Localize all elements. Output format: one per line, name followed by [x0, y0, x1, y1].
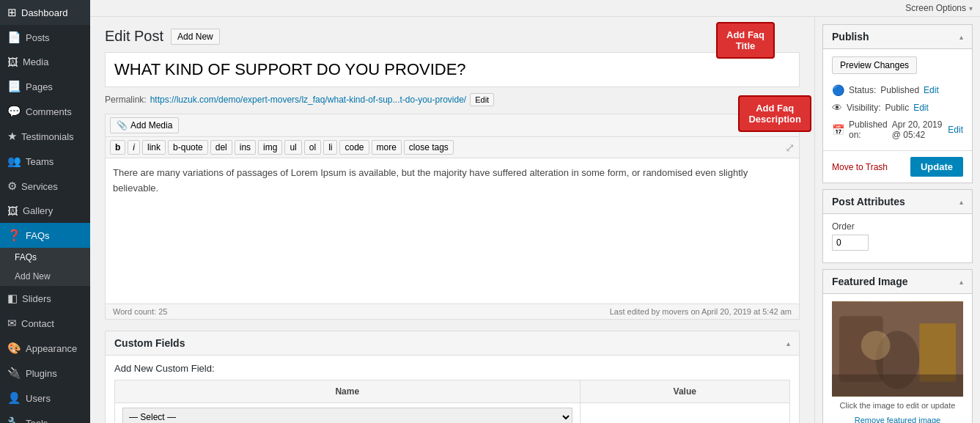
sidebar-item-dashboard[interactable]: ⊞ Dashboard — [0, 0, 90, 25]
sidebar-item-users[interactable]: 👤 Users — [0, 386, 90, 411]
sidebar-item-services[interactable]: ⚙ Services — [0, 174, 90, 199]
post-attributes-box: Post Attributes ▴ Order — [822, 189, 973, 263]
screen-options-label: Screen Options — [905, 3, 966, 13]
published-edit-link[interactable]: Edit — [948, 125, 963, 135]
del-button[interactable]: del — [210, 140, 232, 155]
italic-button[interactable]: i — [128, 140, 140, 155]
sidebar-item-label: FAQs — [26, 230, 50, 241]
featured-image-inner — [832, 301, 963, 397]
sidebar-item-label: Plugins — [26, 368, 57, 379]
preview-changes-button[interactable]: Preview Changes — [832, 56, 917, 74]
sidebar-item-pages[interactable]: 📃 Pages — [0, 74, 90, 99]
post-title-input[interactable] — [105, 52, 800, 87]
more-button[interactable]: more — [372, 140, 402, 155]
sidebar-item-label: Teams — [26, 156, 54, 167]
screen-options-button[interactable]: Screen Options ▾ — [905, 3, 973, 13]
topbar: Screen Options ▾ — [90, 0, 980, 17]
pages-icon: 📃 — [7, 80, 21, 93]
ol-button[interactable]: ol — [304, 140, 321, 155]
teams-icon: 👥 — [7, 155, 21, 168]
custom-fields-table: Name Value — Select — — [114, 380, 790, 423]
edit-post-header: Edit Post Add New — [105, 28, 800, 45]
faqs-submenu: FAQs Add New — [0, 248, 90, 286]
sidebar-item-tools[interactable]: 🔧 Tools — [0, 411, 90, 423]
visibility-row: 👁 Visibility: Public Edit — [832, 99, 963, 117]
sidebar-item-gallery[interactable]: 🖼 Gallery — [0, 199, 90, 223]
chevron-down-icon: ▾ — [969, 4, 973, 12]
code-button[interactable]: code — [339, 140, 369, 155]
gallery-icon: 🖼 — [7, 205, 18, 217]
tools-icon: 🔧 — [7, 416, 21, 423]
sidebar-item-testimonials[interactable]: ★ Testimonials — [0, 124, 90, 149]
svg-point-4 — [861, 331, 891, 360]
sidebar-item-label: Users — [26, 393, 51, 404]
sidebar: ⊞ Dashboard 📄 Posts 🖼 Media 📃 Pages 💬 Co… — [0, 0, 90, 423]
sidebar-sub-add-new[interactable]: Add New — [0, 267, 90, 286]
name-column-header: Name — [115, 380, 581, 403]
li-button[interactable]: li — [323, 140, 337, 155]
featured-image-box: Featured Image ▴ — [822, 269, 973, 423]
value-cell[interactable] — [580, 403, 789, 424]
plugins-icon: 🔌 — [7, 367, 21, 380]
post-attributes-toggle-icon: ▴ — [959, 198, 963, 206]
publish-box-header[interactable]: Publish ▴ — [823, 25, 972, 49]
remove-featured-image-link[interactable]: Remove featured image — [855, 416, 940, 423]
publish-toggle-icon: ▴ — [959, 33, 963, 41]
featured-image-thumbnail[interactable] — [832, 301, 963, 397]
main-content: Screen Options ▾ Edit Post Add New Perma… — [90, 0, 980, 423]
custom-field-select[interactable]: — Select — — [122, 408, 572, 423]
publish-box-title: Publish — [832, 31, 869, 43]
status-edit-link[interactable]: Edit — [924, 85, 939, 95]
link-button[interactable]: link — [142, 140, 166, 155]
sidebar-item-label: Comments — [26, 106, 72, 117]
sidebar-item-faqs[interactable]: ❓ FAQs — [0, 223, 90, 248]
update-button[interactable]: Update — [910, 157, 963, 177]
add-media-label: Add Media — [130, 120, 172, 130]
move-to-trash-link[interactable]: Move to Trash — [832, 162, 888, 172]
custom-fields-title: Custom Fields — [114, 337, 185, 349]
publish-box: Publish ▴ Preview Changes 🔵 Status: Publ… — [822, 24, 973, 183]
order-input[interactable] — [832, 235, 869, 251]
featured-image-svg — [832, 301, 963, 397]
ul-button[interactable]: ul — [284, 140, 301, 155]
editor-body[interactable]: There are many variations of passages of… — [105, 158, 800, 304]
last-edited: Last edited by movers on April 20, 2019 … — [610, 307, 792, 316]
sidebar-item-media[interactable]: 🖼 Media — [0, 50, 90, 74]
featured-image-description: Click the image to edit or update — [832, 401, 963, 410]
custom-fields-header[interactable]: Custom Fields ▴ — [106, 331, 799, 356]
sliders-icon: ◧ — [7, 292, 18, 305]
visibility-edit-link[interactable]: Edit — [913, 103, 929, 113]
calendar-icon: 📅 — [832, 124, 844, 136]
img-button[interactable]: img — [258, 140, 282, 155]
users-icon: 👤 — [7, 391, 21, 405]
resize-handle[interactable]: ⤢ — [785, 141, 795, 155]
sidebar-item-plugins[interactable]: 🔌 Plugins — [0, 361, 90, 386]
permalink-edit-button[interactable]: Edit — [470, 93, 494, 106]
close-tags-button[interactable]: close tags — [404, 140, 454, 155]
sidebar-item-contact[interactable]: ✉ Contact — [0, 311, 90, 336]
blockquote-button[interactable]: b-quote — [168, 140, 208, 155]
sidebar-item-sliders[interactable]: ◧ Sliders — [0, 286, 90, 311]
add-field-label: Add New Custom Field: — [114, 363, 790, 374]
tab-visual[interactable]: Visual — [737, 119, 767, 132]
sidebar-item-teams[interactable]: 👥 Teams — [0, 149, 90, 174]
sidebar-sub-faqs[interactable]: FAQs — [0, 248, 90, 267]
permalink-link[interactable]: https://luzuk.com/demo/expert-movers/lz_… — [150, 95, 467, 105]
featured-image-header[interactable]: Featured Image ▴ — [823, 270, 972, 294]
sidebar-item-posts[interactable]: 📄 Posts — [0, 25, 90, 50]
add-media-icon: 📎 — [117, 120, 128, 130]
sidebar-item-label: Appearance — [26, 343, 77, 354]
ins-button[interactable]: ins — [235, 140, 256, 155]
custom-fields-body: Add New Custom Field: Name Value — [106, 356, 799, 423]
add-new-button[interactable]: Add New — [171, 29, 220, 45]
tab-text[interactable]: Text — [773, 119, 795, 132]
post-attributes-title: Post Attributes — [832, 196, 905, 207]
post-attributes-header[interactable]: Post Attributes ▴ — [823, 190, 972, 214]
bold-button[interactable]: b — [110, 140, 125, 155]
sidebar-item-comments[interactable]: 💬 Comments — [0, 99, 90, 124]
editor-panel: Edit Post Add New Permalink: https://luz… — [90, 17, 814, 423]
published-on-row: 📅 Published on: Apr 20, 2019 @ 05:42 Edi… — [832, 117, 963, 143]
sidebar-item-appearance[interactable]: 🎨 Appearance — [0, 336, 90, 361]
sidebar-item-label: Pages — [26, 81, 53, 92]
add-media-button[interactable]: 📎 Add Media — [110, 117, 179, 133]
